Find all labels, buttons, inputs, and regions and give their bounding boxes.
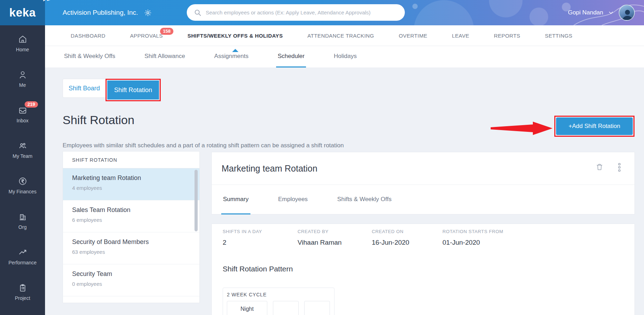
active-tab-caret	[232, 49, 238, 52]
user-name[interactable]: Gopi Nandan	[568, 9, 603, 16]
nav-tab-label: APPROVALS	[130, 33, 163, 39]
sidebar-item-label: Project	[15, 295, 30, 301]
field-label: ROTATION STARTS FROM	[442, 229, 527, 234]
sidebar: Home Me 219 Inbox My Team	[0, 25, 45, 315]
sidebar-item-project[interactable]: Project	[0, 278, 45, 314]
shift-rotation-toggle[interactable]: Shift Rotation	[107, 81, 159, 99]
shift-board-toggle[interactable]: Shift Board	[63, 79, 106, 98]
sidebar-item-home[interactable]: Home	[0, 30, 45, 65]
detail-tab-summary[interactable]: Summary	[221, 185, 250, 214]
cycle-label: 2 WEEK CYCLE	[227, 292, 334, 297]
trend-up-icon	[18, 248, 27, 257]
sidebar-item-label: Home	[16, 47, 29, 52]
home-icon	[18, 34, 27, 44]
nav-tab-attendance-tracking[interactable]: ATTENDANCE TRACKING	[307, 33, 374, 39]
sidebar-item-label: Inbox	[17, 118, 28, 123]
rotation-list-item[interactable]: Marketing team Rotation 4 employees	[63, 168, 199, 200]
subnav-scheduler[interactable]: Scheduler	[276, 46, 306, 68]
delete-rotation-button[interactable]	[595, 162, 604, 172]
field-value: 16-Jun-2020	[372, 239, 442, 246]
annotation-arrow	[491, 121, 553, 135]
shift-rotation-pattern-title: Shift Rotation Pattern	[223, 265, 293, 273]
rotation-name: Sales Team Rotation	[72, 206, 199, 214]
field-label: SHIFTS IN A DAY	[223, 229, 298, 234]
app-window: keka Activision Publishing, Inc. Gopi Na…	[0, 0, 644, 315]
field-value: Vihaan Raman	[298, 239, 372, 246]
detail-tab-bar: Summary Employees Shifts & Weekly Offs	[212, 185, 635, 214]
approvals-badge: 158	[160, 28, 173, 35]
add-shift-rotation-button[interactable]: +Add Shift Rotation	[556, 117, 633, 135]
shift-cell	[273, 301, 299, 315]
keka-logo-text: keka	[9, 6, 36, 19]
field-value: 2	[223, 239, 298, 246]
subnav-holidays[interactable]: Holidays	[332, 46, 358, 68]
rotation-name: Security Team	[72, 270, 199, 278]
shift-cell-night: Night	[227, 301, 267, 315]
subnav-assignments[interactable]: Assignments	[213, 46, 250, 68]
clipboard-icon	[18, 283, 27, 292]
company-name: Activision Publishing, Inc.	[63, 9, 138, 17]
nav-tab-overtime[interactable]: OVERTIME	[399, 33, 427, 39]
inbox-badge: 219	[25, 101, 38, 108]
summary-fields: SHIFTS IN A DAY 2 CREATED BY Vihaan Rama…	[223, 229, 527, 246]
cycle-shift-row: Night	[227, 301, 334, 315]
rotation-employee-count: 6 employees	[72, 217, 199, 223]
avatar[interactable]	[619, 5, 635, 21]
subnav-shift-allowance[interactable]: Shift Allowance	[143, 46, 186, 68]
sidebar-item-my-team[interactable]: My Team	[0, 136, 45, 172]
summary-field-rotation-starts-from: ROTATION STARTS FROM 01-Jun-2020	[442, 229, 527, 246]
rotation-name: Marketing team Rotation	[72, 174, 199, 182]
rupee-icon	[18, 176, 27, 186]
rotation-list-header: SHIFT ROTATION	[63, 152, 199, 168]
page-description: Employees with similar shift schedules a…	[63, 142, 344, 149]
sidebar-item-org[interactable]: Org	[0, 207, 45, 243]
rotation-employee-count: 0 employees	[72, 281, 199, 287]
logo-flick-icon	[43, 0, 51, 2]
sidebar-item-me[interactable]: Me	[0, 65, 45, 101]
shift-rotation-list: SHIFT ROTATION Marketing team Rotation 4…	[63, 151, 200, 303]
sidebar-item-label: Performance	[8, 260, 37, 265]
sidebar-item-inbox[interactable]: 219 Inbox	[0, 101, 45, 136]
nav-tab-settings[interactable]: SETTINGS	[545, 33, 572, 39]
subnav-shift-weekly-offs[interactable]: Shift & Weekly Offs	[63, 46, 117, 68]
rotation-summary-panel: SHIFTS IN A DAY 2 CREATED BY Vihaan Rama…	[211, 224, 635, 315]
summary-field-created-on: CREATED ON 16-Jun-2020	[372, 229, 442, 246]
chevron-down-icon[interactable]	[608, 10, 614, 15]
sidebar-item-label: My Team	[13, 153, 33, 159]
nav-tab-reports[interactable]: REPORTS	[494, 33, 520, 39]
rotation-list-item[interactable]: Sales Team Rotation 6 employees	[63, 200, 199, 232]
sidebar-item-label: My Finances	[8, 189, 36, 194]
annotation-box-add-button: +Add Shift Rotation	[554, 116, 635, 137]
keka-logo[interactable]: keka	[0, 0, 45, 25]
field-value: 01-Jun-2020	[442, 239, 527, 246]
list-scrollbar-thumb[interactable]	[195, 170, 198, 231]
rotation-detail-title: Marketing team Rotation	[222, 163, 317, 174]
nav-tab-leave[interactable]: LEAVE	[452, 33, 469, 39]
sidebar-item-label: Org	[18, 224, 26, 230]
annotation-box-toggle: Shift Rotation	[106, 79, 161, 101]
sidebar-item-my-finances[interactable]: My Finances	[0, 172, 45, 207]
sidebar-item-performance[interactable]: Performance	[0, 243, 45, 278]
nav-tab-approvals[interactable]: APPROVALS 158	[130, 33, 163, 39]
search-bar[interactable]	[187, 4, 405, 21]
rotation-list-item[interactable]: Security Team 0 employees	[63, 264, 199, 296]
sub-nav: Shift & Weekly Offs Shift Allowance Assi…	[45, 46, 644, 68]
gear-icon[interactable]	[144, 9, 152, 17]
cycle-card: 2 WEEK CYCLE Night	[223, 288, 334, 315]
trash-icon	[595, 163, 604, 171]
sidebar-item-label: Me	[19, 82, 26, 88]
detail-tab-employees[interactable]: Employees	[276, 185, 310, 214]
detail-tab-shifts-weekly-offs[interactable]: Shifts & Weekly Offs	[336, 185, 393, 214]
team-icon	[18, 141, 27, 150]
shift-cell	[304, 301, 330, 315]
search-input[interactable]	[206, 9, 398, 15]
nav-tab-shifts-weekly-offs-holidays[interactable]: SHIFTS/WEEKLY OFFS & HOLIDAYS	[187, 33, 283, 39]
field-label: CREATED BY	[298, 229, 372, 234]
rotation-list-item[interactable]: Security of Board Members 63 employees	[63, 232, 199, 264]
building-icon	[18, 212, 27, 221]
more-options-button[interactable]	[616, 162, 623, 173]
nav-tab-dashboard[interactable]: DASHBOARD	[71, 33, 106, 39]
main-nav: DASHBOARD APPROVALS 158 SHIFTS/WEEKLY OF…	[45, 25, 644, 46]
topbar: keka Activision Publishing, Inc. Gopi Na…	[0, 0, 644, 25]
view-toggle: Shift Board Shift Rotation	[63, 79, 161, 101]
